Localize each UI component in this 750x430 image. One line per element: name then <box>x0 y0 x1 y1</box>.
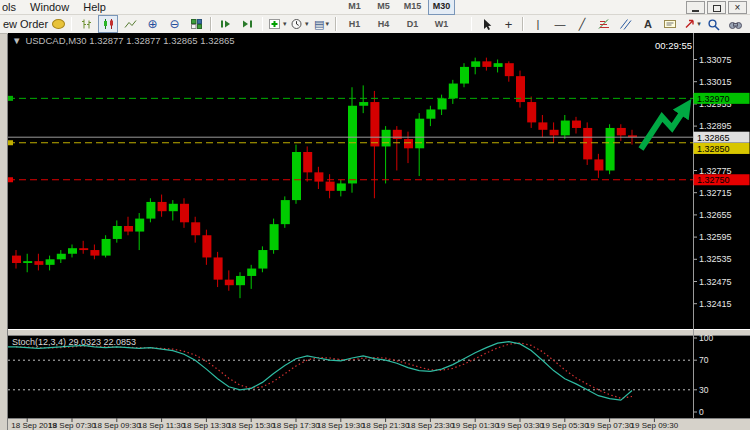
time-axis-label: 19 Sep 03:30 <box>496 421 544 430</box>
stoch-axis-label: 70 <box>699 355 709 365</box>
time-axis-label: 18 Sep 11:30 <box>138 421 186 430</box>
separator <box>522 17 523 31</box>
mt4-application: { "menu": { "items": ["ols", "Window", "… <box>0 0 750 430</box>
candle <box>583 122 592 165</box>
candle-countdown-timer: 00:29:55 <box>655 40 692 51</box>
channel-icon <box>619 18 632 30</box>
separator <box>71 17 72 31</box>
zoom-in-button[interactable]: ⊕ <box>142 15 162 33</box>
chart-shift-button[interactable] <box>238 15 258 33</box>
menu-item-ols[interactable]: ols <box>0 1 23 13</box>
chart-window[interactable]: 1.330751.330151.329551.328951.328351.327… <box>8 33 750 430</box>
vertical-line-button[interactable]: | <box>528 15 548 33</box>
horizontal-line-button[interactable]: — <box>550 15 570 33</box>
candle <box>516 71 525 108</box>
time-axis-label: 19 Sep 05:30 <box>541 421 589 430</box>
close-button[interactable]: × <box>728 1 747 14</box>
templates-button[interactable]: ▤▾ <box>311 15 331 33</box>
stoch-axis-label: 30 <box>699 385 709 395</box>
price-axis-label: 1.32775 <box>699 166 732 176</box>
symbol-menu-marker[interactable]: ▼ <box>12 35 21 46</box>
crosshair-button[interactable]: + <box>498 15 518 33</box>
price-axis-label: 1.32895 <box>699 121 732 131</box>
time-axis-label: 18 Sep 09:30 <box>93 421 141 430</box>
candle <box>292 145 301 204</box>
time-axis-label: 19 Sep 07:30 <box>586 421 634 430</box>
yellow-support-line-anchor[interactable] <box>8 140 13 145</box>
cursor-icon <box>480 18 492 31</box>
arrow-tool-icon <box>683 18 696 30</box>
timeframe-button-h4[interactable]: H4 <box>370 15 397 33</box>
price-axis-label: 1.33075 <box>699 55 732 65</box>
restore-button[interactable] <box>707 1 726 14</box>
indicators-button[interactable]: ▾ <box>267 15 287 33</box>
community-button[interactable] <box>726 15 746 33</box>
resistance-line-anchor[interactable] <box>8 96 13 101</box>
chart-shift-icon <box>241 18 254 30</box>
time-axis-label: 18 Sep 17:30 <box>272 421 320 430</box>
stoch-axis-label: 100 <box>699 333 713 343</box>
horizontal-line-icon: — <box>554 18 565 30</box>
price-axis-label: 1.32475 <box>699 277 732 287</box>
time-axis-label: 18 Sep 07:30 <box>48 421 96 430</box>
channel-button[interactable] <box>616 15 636 33</box>
zoom-in-icon: ⊕ <box>147 17 157 31</box>
clock-icon <box>290 18 303 30</box>
bid-price-line-tag-label: 1.32865 <box>697 133 730 143</box>
new-order-button[interactable]: ew Order <box>1 15 67 33</box>
text-label-button[interactable] <box>660 15 680 33</box>
search-button[interactable] <box>704 15 724 33</box>
price-axis-label: 1.32715 <box>699 188 732 198</box>
menu-items: olsWindowHelp <box>0 1 113 13</box>
minimize-button[interactable] <box>686 1 705 14</box>
cursor-button[interactable] <box>476 15 496 33</box>
chevron-down-icon: ▾ <box>697 20 701 28</box>
timeframe-button-m15[interactable]: M15 <box>399 0 426 15</box>
binoculars-icon <box>728 18 743 30</box>
timeframe-button-h1[interactable]: H1 <box>341 15 368 33</box>
line-chart-button[interactable] <box>120 15 140 33</box>
time-axis-label: 19 Sep 09:30 <box>631 421 679 430</box>
template-icon: ▤ <box>314 18 324 31</box>
timeframe-button-w1[interactable]: W1 <box>428 15 455 33</box>
text-tool-button[interactable]: A <box>638 15 658 33</box>
price-axis-label: 1.32415 <box>699 299 732 309</box>
tile-windows-icon <box>190 18 203 30</box>
timeframe-button-m1[interactable]: M1 <box>341 0 368 15</box>
time-axis-label: 18 Sep 21:30 <box>362 421 410 430</box>
bar-chart-button[interactable] <box>76 15 96 33</box>
time-axis-label: 18 Sep 13:30 <box>183 421 231 430</box>
menu-item-window[interactable]: Window <box>23 1 76 13</box>
menu-item-help[interactable]: Help <box>76 1 113 13</box>
price-axis-label: 1.32595 <box>699 232 732 242</box>
timeframe-button-m5[interactable]: M5 <box>370 0 397 15</box>
trendline-button[interactable]: ╱ <box>572 15 592 33</box>
zoom-out-button[interactable]: ⊖ <box>164 15 184 33</box>
chevron-down-icon: ▾ <box>283 20 287 28</box>
price-axis-label: 1.32535 <box>699 254 732 264</box>
candlestick-chart-button[interactable] <box>98 15 118 33</box>
tile-windows-button[interactable] <box>186 15 206 33</box>
separator <box>335 17 336 31</box>
timeframe-button-d1[interactable]: D1 <box>399 15 426 33</box>
fibonacci-button[interactable] <box>594 15 614 33</box>
candle <box>281 196 290 227</box>
vertical-line-icon: | <box>537 18 540 30</box>
timeframe-button-m30[interactable]: M30 <box>428 0 455 15</box>
arrows-tool-button[interactable]: ▾ <box>682 15 702 33</box>
panel-separator[interactable] <box>8 329 750 336</box>
chevron-down-icon: ▾ <box>325 20 329 28</box>
indicators-plus-icon <box>268 18 281 30</box>
time-axis: 18 Sep 201918 Sep 07:3018 Sep 09:3018 Se… <box>11 418 678 430</box>
coin-icon <box>52 19 65 29</box>
trendline-icon: ╱ <box>579 18 586 31</box>
auto-scroll-button[interactable] <box>216 15 236 33</box>
red-support-line-anchor[interactable] <box>8 177 13 182</box>
stochastic-label: Stoch(12,3,4) 29.0323 22.0853 <box>12 337 136 347</box>
restore-icon <box>713 5 721 12</box>
workspace-edge <box>0 34 8 430</box>
periods-button[interactable]: ▾ <box>289 15 309 33</box>
text-tool-icon: A <box>644 18 652 30</box>
red-support-line-tag-label: 1.32750 <box>697 175 730 185</box>
candlestick-chart-icon <box>102 18 115 30</box>
